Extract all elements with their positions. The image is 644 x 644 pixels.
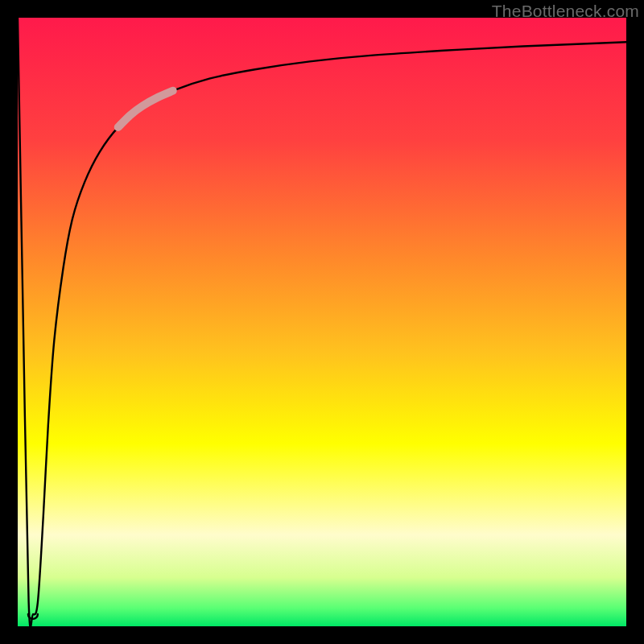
- bottleneck-curve: [18, 18, 626, 627]
- chart-frame: TheBottleneck.com: [0, 0, 644, 644]
- curve-layer: [18, 18, 626, 626]
- highlight-segment: [118, 91, 173, 127]
